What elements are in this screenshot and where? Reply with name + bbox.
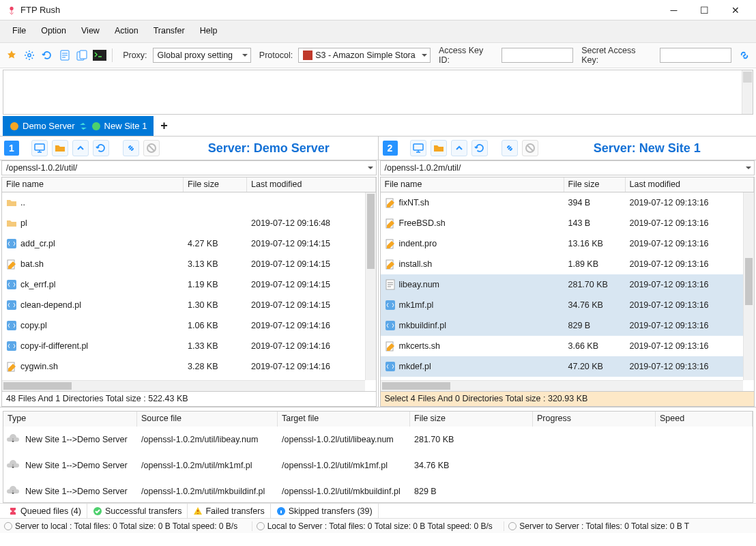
monitor-button[interactable] [410, 140, 426, 156]
pane-number-1: 1 [4, 141, 19, 156]
up-button[interactable] [72, 140, 89, 156]
ftp-icon [10, 121, 19, 131]
queue-row[interactable]: New Site 1-->Demo Server/openssl-1.0.2m/… [3, 452, 753, 478]
secret-key-input[interactable] [660, 48, 731, 63]
menu-option[interactable]: Option [34, 23, 73, 38]
right-path-input[interactable]: /openssl-1.0.2m/util/ [380, 160, 755, 175]
terminal-button[interactable] [92, 48, 107, 63]
settings-button[interactable] [22, 48, 37, 63]
status-server-local: Server to local : Total files: 0 Total s… [0, 521, 252, 531]
file-row[interactable]: FreeBSD.sh143 B2019-07-12 09:13:16 [381, 213, 744, 233]
monitor-button[interactable] [31, 140, 48, 156]
up-button[interactable] [451, 140, 467, 156]
title-bar: FTP Rush ─ ☐ ✕ [0, 0, 756, 20]
duplicate-button[interactable] [74, 48, 89, 63]
col-modified[interactable]: Last modified [247, 177, 376, 192]
right-file-list[interactable]: fixNT.sh394 B2019-07-12 09:13:16FreeBSD.… [380, 192, 755, 392]
col-filename[interactable]: File name [2, 177, 184, 192]
download-icon [6, 433, 20, 446]
tab-successful[interactable]: Successful transfers [87, 504, 188, 518]
right-server-title: Server: New Site 1 [542, 141, 753, 156]
file-row[interactable]: indent.pro13.16 KB2019-07-12 09:13:16 [381, 233, 744, 254]
col-filesize[interactable]: File size [564, 177, 626, 192]
queue-columns: Type Source file Target file File size P… [3, 412, 753, 427]
minimize-button[interactable]: ─ [658, 1, 689, 20]
tab-skipped[interactable]: Skipped transfers (39) [271, 504, 379, 518]
left-file-list[interactable]: ..pl2019-07-12 09:16:48add_cr.pl4.27 KB2… [1, 192, 377, 392]
col-modified[interactable]: Last modified [626, 177, 755, 192]
right-pane: 2 Server: New Site 1 /openssl-1.0.2m/uti… [379, 136, 757, 407]
new-tab-button[interactable]: + [154, 116, 174, 136]
queue-row[interactable]: New Site 1-->Demo Server/openssl-1.0.2m/… [3, 427, 753, 452]
file-row[interactable]: mkbuildinf.pl829 B2019-07-12 09:13:16 [381, 315, 744, 336]
file-row[interactable]: .. [2, 192, 365, 213]
stop-button[interactable] [143, 140, 160, 156]
refresh-button[interactable] [40, 48, 55, 63]
warn-icon [193, 506, 203, 516]
col-target[interactable]: Target file [278, 412, 410, 427]
folder-button[interactable] [431, 140, 447, 156]
col-filename[interactable]: File name [381, 177, 564, 192]
refresh-pane-button[interactable] [93, 140, 109, 156]
stop-button[interactable] [522, 140, 538, 156]
proxy-dropdown[interactable]: Global proxy setting [153, 48, 251, 63]
file-row[interactable]: mkcerts.sh3.66 KB2019-07-12 09:13:16 [381, 336, 744, 356]
menu-help[interactable]: Help [193, 23, 224, 38]
menu-transfer[interactable]: Transfer [147, 23, 192, 38]
file-row[interactable]: ck_errf.pl1.19 KB2019-07-12 09:14:15 [2, 274, 365, 295]
connect-button[interactable] [737, 48, 752, 63]
favorites-button[interactable] [4, 48, 19, 63]
menu-action[interactable]: Action [108, 23, 145, 38]
left-server-title: Server: Demo Server [164, 141, 374, 156]
menu-view[interactable]: View [74, 23, 106, 38]
left-path-input[interactable]: /openssl-1.0.2l/util/ [1, 160, 377, 175]
left-column-headers: File name File size Last modified [1, 177, 377, 192]
disconnect-button[interactable] [501, 140, 518, 156]
file-row[interactable]: copy-if-different.pl1.33 KB2019-07-12 09… [2, 336, 365, 356]
file-row[interactable]: mk1mf.pl34.76 KB2019-07-12 09:13:16 [381, 295, 744, 315]
file-row[interactable]: clean-depend.pl1.30 KB2019-07-12 09:14:1… [2, 295, 365, 315]
col-filesize[interactable]: File size [184, 177, 247, 192]
tab-demo-server[interactable]: Demo Server New Site 1 [3, 116, 154, 136]
left-vscroll[interactable] [365, 192, 376, 380]
status-local-server: Local to Server : Total files: 0 Total s… [252, 521, 505, 531]
menu-bar: File Option View Action Transfer Help [0, 20, 756, 43]
file-row[interactable]: add_cr.pl4.27 KB2019-07-12 09:14:15 [2, 233, 365, 254]
col-progress[interactable]: Progress [533, 412, 656, 427]
file-row[interactable]: cygwin.sh3.28 KB2019-07-12 09:14:16 [2, 356, 365, 377]
protocol-dropdown[interactable]: S3 - Amazon Simple Stora [298, 48, 431, 63]
col-source[interactable]: Source file [137, 412, 278, 427]
close-button[interactable]: ✕ [720, 1, 751, 20]
col-type[interactable]: Type [3, 412, 137, 427]
right-hscroll[interactable] [381, 380, 744, 391]
file-panes: 1 Server: Demo Server /openssl-1.0.2l/ut… [0, 136, 756, 407]
document-button[interactable] [57, 48, 72, 63]
svg-point-7 [92, 122, 100, 130]
file-row[interactable]: mkdef.pl47.20 KB2019-07-12 09:13:16 [381, 356, 744, 377]
file-row[interactable]: install.sh1.89 KB2019-07-12 09:13:16 [381, 254, 744, 274]
col-size[interactable]: File size [410, 412, 533, 427]
info-icon [276, 506, 286, 516]
col-speed[interactable]: Speed [656, 412, 753, 427]
app-icon [7, 5, 16, 15]
menu-file[interactable]: File [5, 23, 33, 38]
file-row[interactable]: copy.pl1.06 KB2019-07-12 09:14:16 [2, 315, 365, 336]
maximize-button[interactable]: ☐ [689, 1, 720, 20]
right-vscroll[interactable] [743, 192, 754, 380]
transfer-queue: Type Source file Target file File size P… [3, 411, 753, 503]
file-row[interactable]: fixNT.sh394 B2019-07-12 09:13:16 [381, 192, 744, 213]
access-key-input[interactable] [501, 48, 573, 63]
folder-button[interactable] [52, 140, 68, 156]
right-column-headers: File name File size Last modified [380, 177, 755, 192]
file-row[interactable]: pl2019-07-12 09:16:48 [2, 213, 365, 233]
queue-row[interactable]: New Site 1-->Demo Server/openssl-1.0.2m/… [3, 478, 753, 502]
disconnect-button[interactable] [123, 140, 139, 156]
file-row[interactable]: bat.sh3.13 KB2019-07-12 09:14:15 [2, 254, 365, 274]
log-scrollbar[interactable] [742, 70, 753, 114]
right-pane-header: 2 Server: New Site 1 [379, 136, 757, 160]
tab-failed[interactable]: Failed transfers [188, 504, 270, 518]
refresh-pane-button[interactable] [471, 140, 488, 156]
left-hscroll[interactable] [2, 380, 365, 391]
file-row[interactable]: libeay.num281.70 KB2019-07-12 09:13:16 [381, 274, 744, 295]
tab-queued[interactable]: Queued files (4) [3, 504, 87, 518]
